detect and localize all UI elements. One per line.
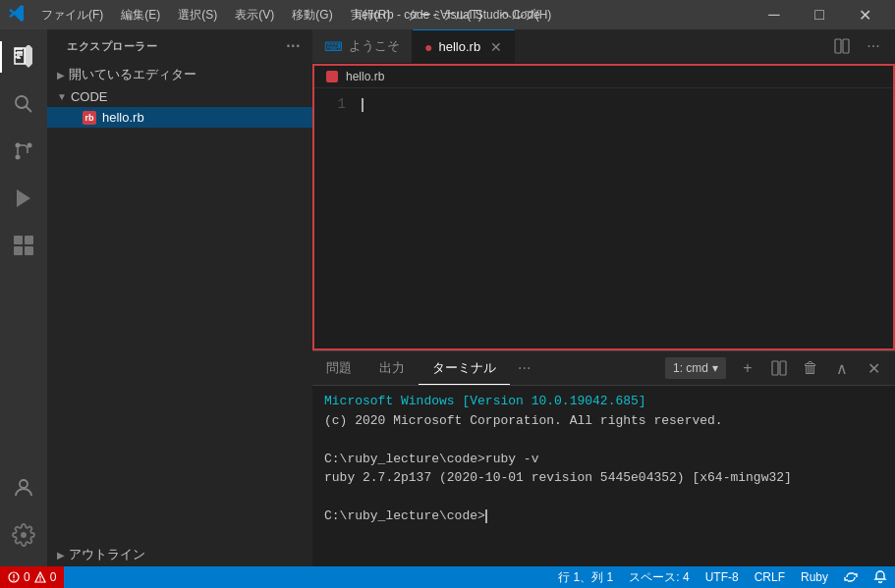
sync-button[interactable] [836,566,866,588]
spaces-text: スペース: 4 [629,569,689,586]
outline-section[interactable]: ▶ アウトライン [47,543,312,566]
problems-tab[interactable]: 問題 [312,351,365,385]
terminal-line-3 [324,430,883,450]
encoding-status[interactable]: UTF-8 [698,566,747,588]
language-status[interactable]: Ruby [793,566,836,588]
tab-welcome[interactable]: ⌨ ようこそ [312,29,413,63]
open-editors-header[interactable]: ▶ 開いているエディター [47,63,312,86]
terminal-text-5: ruby 2.7.2p137 (2020-10-01 revision 5445… [324,470,792,485]
source-control-activity-icon[interactable] [0,128,47,175]
svg-point-7 [16,143,21,148]
breadcrumb: hello.rb [314,66,893,88]
code-section-header[interactable]: ▼ CODE [47,86,312,107]
output-tab[interactable]: 出力 [365,351,419,385]
terminal-text-2: (c) 2020 Microsoft Corporation. All righ… [324,413,723,428]
menu-go[interactable]: 移動(G) [284,5,340,26]
minimize-button[interactable]: ─ [752,0,797,29]
line-ending-text: CRLF [755,570,785,584]
outline-chevron-icon: ▶ [57,550,65,561]
terminal-line-2: (c) 2020 Microsoft Corporation. All righ… [324,411,883,431]
panel-actions: 1: cmd ▾ + 🗑 ∧ ✕ [665,354,895,382]
svg-rect-18 [772,361,778,375]
code-section: ▼ CODE rb hello.rb [47,86,312,128]
menu-edit[interactable]: 編集(E) [113,5,168,26]
hello-rb-label: hello.rb [102,110,144,125]
warning-count: 0 [50,570,57,584]
explorer-activity-icon[interactable] [0,33,47,80]
terminal-selector-chevron: ▾ [712,361,718,375]
terminal-text-7: C:\ruby_lecture\code> [324,508,485,523]
add-terminal-button[interactable]: + [734,354,761,382]
delete-terminal-button[interactable]: 🗑 [797,354,824,382]
text-cursor [362,98,364,112]
terminal-line-4: C:\ruby_lecture\code>ruby -v [324,450,883,469]
chevron-down-icon: ▼ [57,91,67,102]
hello-rb-tab-label: hello.rb [438,39,480,54]
extensions-activity-icon[interactable] [0,222,47,269]
split-editor-button[interactable] [828,32,856,60]
svg-point-4 [16,96,28,108]
breadcrumb-file-icon [326,71,338,82]
editor-area: ⌨ ようこそ ● hello.rb ✕ ··· [312,29,895,566]
tab-hello-rb[interactable]: ● hello.rb ✕ [413,29,515,63]
terminal-cursor [485,509,487,523]
main-layout: エクスプローラー ··· ▶ 開いているエディター ▼ CODE rb hell… [0,29,895,566]
svg-rect-11 [14,236,23,244]
menu-select[interactable]: 選択(S) [170,5,225,26]
search-activity-icon[interactable] [0,80,47,128]
error-warning-status[interactable]: 0 0 [0,566,64,588]
line-ending-status[interactable]: CRLF [747,566,793,588]
more-actions-button[interactable]: ··· [860,32,887,60]
terminal-selector[interactable]: 1: cmd ▾ [665,357,726,379]
code-line-1 [362,96,893,112]
line-col-status[interactable]: 行 1、列 1 [550,566,621,588]
split-terminal-button[interactable] [765,354,793,382]
hello-rb-tab-close[interactable]: ✕ [490,39,502,55]
svg-rect-16 [835,39,841,53]
line-numbers: 1 [314,96,362,112]
error-count: 0 [24,570,30,584]
close-panel-button[interactable]: ✕ [860,354,887,382]
code-area[interactable]: 1 [314,88,893,120]
hello-rb-file[interactable]: rb hello.rb [47,107,312,128]
sidebar-more-button[interactable]: ··· [286,37,301,55]
terminal-line-7: C:\ruby_lecture\code> [324,507,883,526]
close-button[interactable]: ✕ [842,0,887,29]
editor-content[interactable]: hello.rb 1 [312,64,895,350]
open-editors-section: ▶ 開いているエディター [47,63,312,86]
bell-button[interactable] [866,566,895,588]
outline-label: アウトライン [69,546,145,563]
welcome-tab-label: ようこそ [349,37,400,55]
language-text: Ruby [801,570,828,584]
svg-point-8 [28,143,32,148]
window-title: hello.rb - code - Visual Studio Code [355,8,540,22]
breadcrumb-filename: hello.rb [346,70,384,83]
svg-rect-19 [780,361,786,375]
open-editors-label: 開いているエディター [69,66,196,83]
terminal-content[interactable]: Microsoft Windows [Version 10.0.19042.68… [312,386,895,566]
vscode-logo [8,4,26,26]
account-activity-icon[interactable] [0,464,47,511]
menu-view[interactable]: 表示(V) [227,5,282,26]
panel-more-button[interactable]: ··· [510,359,538,377]
maximize-panel-button[interactable]: ∧ [828,354,856,382]
terminal-text-1: Microsoft Windows [Version 10.0.19042.68… [324,394,646,408]
titlebar: ファイル(F) 編集(E) 選択(S) 表示(V) 移動(G) 実行(R) ター… [0,0,895,29]
settings-activity-icon[interactable] [0,511,47,559]
terminal-text-4: C:\ruby_lecture\code>ruby -v [324,452,538,466]
line-number-1: 1 [314,96,346,112]
menu-file[interactable]: ファイル(F) [33,5,111,26]
terminal-line-6 [324,488,883,508]
sidebar: エクスプローラー ··· ▶ 開いているエディター ▼ CODE rb hell… [47,29,312,566]
maximize-button[interactable]: □ [797,0,842,29]
code-content[interactable] [362,96,893,112]
run-activity-icon[interactable] [0,175,47,222]
spaces-status[interactable]: スペース: 4 [621,566,697,588]
panel-tabs: 問題 出力 ターミナル ··· 1: cmd ▾ + [312,351,895,386]
svg-line-5 [27,107,32,113]
ruby-file-icon: rb [83,111,96,125]
svg-rect-14 [25,246,33,255]
status-bar-right: 行 1、列 1 スペース: 4 UTF-8 CRLF Ruby [550,566,895,588]
svg-rect-17 [843,39,849,53]
terminal-tab[interactable]: ターミナル [419,351,510,385]
